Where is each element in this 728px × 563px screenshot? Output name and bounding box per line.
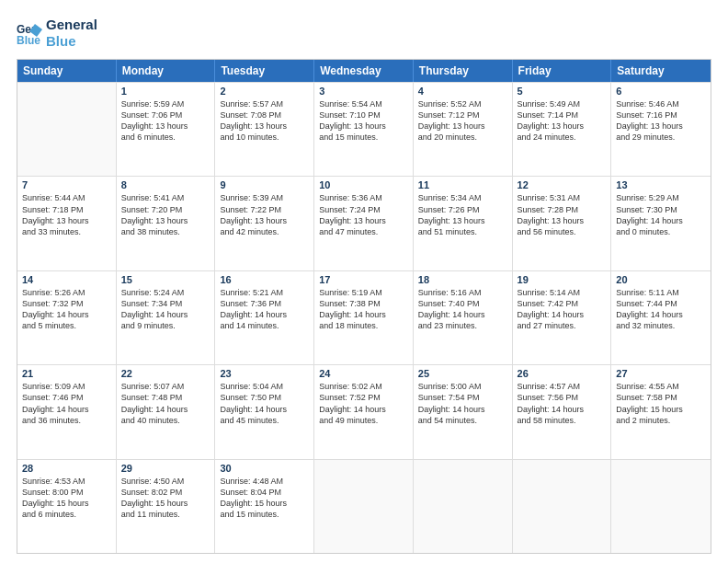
cell-info: Sunrise: 5:39 AMSunset: 7:22 PMDaylight:… <box>220 192 309 237</box>
cell-info: Sunrise: 5:31 AMSunset: 7:28 PMDaylight:… <box>518 192 607 237</box>
cell-info: Sunrise: 5:09 AMSunset: 7:46 PMDaylight:… <box>22 381 111 426</box>
weekday-header: Friday <box>513 60 612 82</box>
calendar-cell <box>414 460 513 553</box>
day-number: 15 <box>121 274 210 285</box>
svg-text:Blue: Blue <box>17 34 40 46</box>
day-number: 29 <box>121 463 210 474</box>
day-number: 28 <box>22 463 111 474</box>
day-number: 20 <box>616 274 706 285</box>
cell-info: Sunrise: 5:14 AMSunset: 7:42 PMDaylight:… <box>518 287 607 332</box>
cell-info: Sunrise: 5:41 AMSunset: 7:20 PMDaylight:… <box>121 192 210 237</box>
cell-info: Sunrise: 5:59 AMSunset: 7:06 PMDaylight:… <box>121 98 210 144</box>
cell-info: Sunrise: 4:50 AMSunset: 8:02 PMDaylight:… <box>121 476 210 521</box>
cell-info: Sunrise: 5:21 AMSunset: 7:36 PMDaylight:… <box>220 287 309 332</box>
calendar-row: 14Sunrise: 5:26 AMSunset: 7:32 PMDayligh… <box>17 270 711 364</box>
cell-info: Sunrise: 5:44 AMSunset: 7:18 PMDaylight:… <box>22 192 111 237</box>
day-number: 21 <box>22 368 111 379</box>
day-number: 13 <box>616 179 706 190</box>
cell-info: Sunrise: 5:07 AMSunset: 7:48 PMDaylight:… <box>121 381 210 426</box>
day-number: 18 <box>418 274 507 285</box>
cell-info: Sunrise: 5:54 AMSunset: 7:10 PMDaylight:… <box>319 98 408 144</box>
calendar-header: SundayMondayTuesdayWednesdayThursdayFrid… <box>17 60 711 82</box>
cell-info: Sunrise: 4:55 AMSunset: 7:58 PMDaylight:… <box>616 381 706 426</box>
cell-info: Sunrise: 5:57 AMSunset: 7:08 PMDaylight:… <box>220 98 309 144</box>
cell-info: Sunrise: 5:29 AMSunset: 7:30 PMDaylight:… <box>616 192 706 237</box>
day-number: 10 <box>319 179 408 190</box>
cell-info: Sunrise: 4:53 AMSunset: 8:00 PMDaylight:… <box>22 476 111 521</box>
day-number: 7 <box>22 179 111 190</box>
calendar-row: 28Sunrise: 4:53 AMSunset: 8:00 PMDayligh… <box>17 459 711 553</box>
calendar-cell <box>17 83 117 176</box>
calendar-cell: 5Sunrise: 5:49 AMSunset: 7:14 PMDaylight… <box>513 83 612 176</box>
day-number: 4 <box>418 86 507 97</box>
calendar-cell: 17Sunrise: 5:19 AMSunset: 7:38 PMDayligh… <box>314 271 414 364</box>
cell-info: Sunrise: 5:16 AMSunset: 7:40 PMDaylight:… <box>418 287 507 332</box>
day-number: 22 <box>121 368 210 379</box>
calendar-cell: 27Sunrise: 4:55 AMSunset: 7:58 PMDayligh… <box>611 365 711 458</box>
weekday-header: Tuesday <box>215 60 314 82</box>
day-number: 1 <box>121 86 210 97</box>
day-number: 30 <box>220 463 309 474</box>
cell-info: Sunrise: 5:19 AMSunset: 7:38 PMDaylight:… <box>319 287 408 332</box>
calendar-cell: 11Sunrise: 5:34 AMSunset: 7:26 PMDayligh… <box>414 177 513 270</box>
calendar-cell <box>513 460 612 553</box>
calendar-cell: 7Sunrise: 5:44 AMSunset: 7:18 PMDaylight… <box>17 177 117 270</box>
cell-info: Sunrise: 5:24 AMSunset: 7:34 PMDaylight:… <box>121 287 210 332</box>
calendar-cell: 4Sunrise: 5:52 AMSunset: 7:12 PMDaylight… <box>414 83 513 176</box>
day-number: 8 <box>121 179 210 190</box>
cell-info: Sunrise: 5:34 AMSunset: 7:26 PMDaylight:… <box>418 192 507 237</box>
calendar-cell: 19Sunrise: 5:14 AMSunset: 7:42 PMDayligh… <box>513 271 612 364</box>
logo-line2: Blue <box>46 33 97 50</box>
logo-line1: General <box>46 17 97 33</box>
calendar-cell: 16Sunrise: 5:21 AMSunset: 7:36 PMDayligh… <box>215 271 314 364</box>
calendar-cell: 1Sunrise: 5:59 AMSunset: 7:06 PMDaylight… <box>117 83 216 176</box>
weekday-header: Thursday <box>414 60 513 82</box>
cell-info: Sunrise: 4:48 AMSunset: 8:04 PMDaylight:… <box>220 476 309 521</box>
day-number: 17 <box>319 274 408 285</box>
day-number: 26 <box>518 368 607 379</box>
calendar-cell: 6Sunrise: 5:46 AMSunset: 7:16 PMDaylight… <box>611 83 711 176</box>
page: Gen Blue General Blue SundayMondayTuesda… <box>0 0 728 563</box>
cell-info: Sunrise: 5:36 AMSunset: 7:24 PMDaylight:… <box>319 192 408 237</box>
calendar-cell: 30Sunrise: 4:48 AMSunset: 8:04 PMDayligh… <box>215 460 314 553</box>
logo: Gen Blue General Blue <box>17 17 97 50</box>
calendar: SundayMondayTuesdayWednesdayThursdayFrid… <box>17 59 711 554</box>
calendar-cell: 29Sunrise: 4:50 AMSunset: 8:02 PMDayligh… <box>117 460 216 553</box>
day-number: 12 <box>518 179 607 190</box>
calendar-cell: 13Sunrise: 5:29 AMSunset: 7:30 PMDayligh… <box>611 177 711 270</box>
cell-info: Sunrise: 5:26 AMSunset: 7:32 PMDaylight:… <box>22 287 111 332</box>
calendar-row: 21Sunrise: 5:09 AMSunset: 7:46 PMDayligh… <box>17 364 711 458</box>
calendar-cell: 15Sunrise: 5:24 AMSunset: 7:34 PMDayligh… <box>117 271 216 364</box>
calendar-body: 1Sunrise: 5:59 AMSunset: 7:06 PMDaylight… <box>17 82 711 553</box>
cell-info: Sunrise: 5:02 AMSunset: 7:52 PMDaylight:… <box>319 381 408 426</box>
calendar-cell: 14Sunrise: 5:26 AMSunset: 7:32 PMDayligh… <box>17 271 117 364</box>
day-number: 3 <box>319 86 408 97</box>
calendar-cell: 22Sunrise: 5:07 AMSunset: 7:48 PMDayligh… <box>117 365 216 458</box>
calendar-cell: 18Sunrise: 5:16 AMSunset: 7:40 PMDayligh… <box>414 271 513 364</box>
calendar-cell: 3Sunrise: 5:54 AMSunset: 7:10 PMDaylight… <box>314 83 414 176</box>
calendar-row: 1Sunrise: 5:59 AMSunset: 7:06 PMDaylight… <box>17 82 711 176</box>
calendar-cell: 26Sunrise: 4:57 AMSunset: 7:56 PMDayligh… <box>513 365 612 458</box>
calendar-cell <box>314 460 414 553</box>
calendar-cell: 25Sunrise: 5:00 AMSunset: 7:54 PMDayligh… <box>414 365 513 458</box>
cell-info: Sunrise: 5:04 AMSunset: 7:50 PMDaylight:… <box>220 381 309 426</box>
day-number: 9 <box>220 179 309 190</box>
weekday-header: Monday <box>117 60 216 82</box>
calendar-cell: 2Sunrise: 5:57 AMSunset: 7:08 PMDaylight… <box>215 83 314 176</box>
calendar-cell: 20Sunrise: 5:11 AMSunset: 7:44 PMDayligh… <box>611 271 711 364</box>
day-number: 16 <box>220 274 309 285</box>
cell-info: Sunrise: 5:46 AMSunset: 7:16 PMDaylight:… <box>616 98 706 144</box>
day-number: 11 <box>418 179 507 190</box>
calendar-cell <box>611 460 711 553</box>
day-number: 6 <box>616 86 706 97</box>
day-number: 14 <box>22 274 111 285</box>
weekday-header: Sunday <box>17 60 117 82</box>
calendar-cell: 8Sunrise: 5:41 AMSunset: 7:20 PMDaylight… <box>117 177 216 270</box>
cell-info: Sunrise: 5:11 AMSunset: 7:44 PMDaylight:… <box>616 287 706 332</box>
day-number: 25 <box>418 368 507 379</box>
calendar-cell: 21Sunrise: 5:09 AMSunset: 7:46 PMDayligh… <box>17 365 117 458</box>
calendar-cell: 23Sunrise: 5:04 AMSunset: 7:50 PMDayligh… <box>215 365 314 458</box>
calendar-cell: 24Sunrise: 5:02 AMSunset: 7:52 PMDayligh… <box>314 365 414 458</box>
calendar-cell: 10Sunrise: 5:36 AMSunset: 7:24 PMDayligh… <box>314 177 414 270</box>
day-number: 19 <box>518 274 607 285</box>
